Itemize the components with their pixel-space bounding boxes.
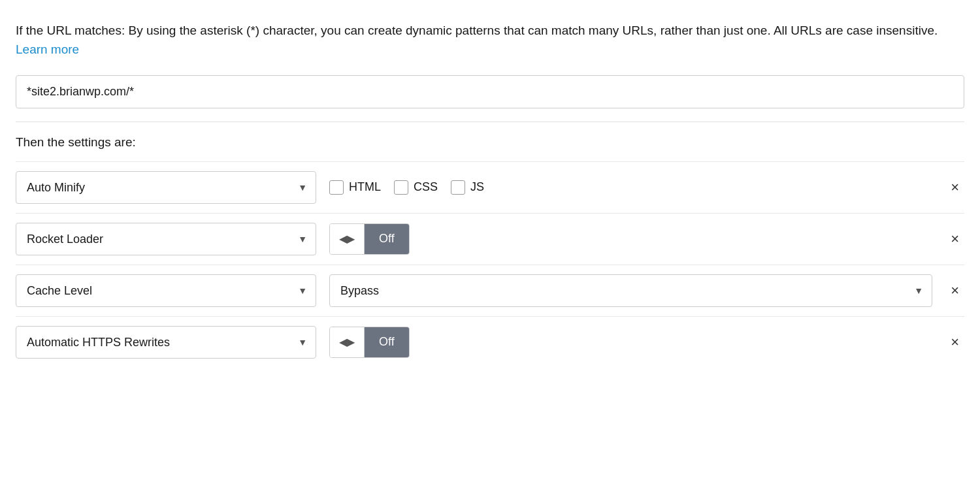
https-rewrites-toggle[interactable]: ◀▶ Off	[329, 327, 410, 358]
bypass-select[interactable]: Bypass No Query String Ignore Query Stri…	[329, 274, 932, 307]
rocket-loader-close-button[interactable]: ×	[945, 229, 964, 249]
cache-level-close-button[interactable]: ×	[945, 281, 964, 300]
bypass-select-wrapper: Bypass No Query String Ignore Query Stri…	[329, 274, 932, 307]
https-rewrites-value: ◀▶ Off	[329, 327, 932, 358]
https-rewrites-close-button[interactable]: ×	[945, 332, 964, 352]
rocket-loader-toggle[interactable]: ◀▶ Off	[329, 223, 410, 255]
html-label: HTML	[349, 180, 381, 194]
url-input[interactable]: *site2.brianwp.com/*	[16, 75, 964, 108]
divider	[16, 121, 964, 122]
cache-level-value: Bypass No Query String Ignore Query Stri…	[329, 274, 932, 307]
js-label: JS	[470, 180, 484, 194]
https-rewrites-row: Automatic HTTPS Rewrites Auto Minify Roc…	[16, 316, 964, 368]
https-rewrites-select[interactable]: Automatic HTTPS Rewrites Auto Minify Roc…	[16, 326, 316, 359]
auto-minify-checkboxes: HTML CSS JS	[329, 180, 484, 195]
rocket-loader-off-label: Off	[365, 224, 409, 254]
https-rewrites-off-label: Off	[365, 327, 409, 357]
cache-level-select[interactable]: Cache Level Auto Minify Rocket Loader Au…	[16, 274, 316, 307]
https-rewrites-select-wrapper: Automatic HTTPS Rewrites Auto Minify Roc…	[16, 326, 316, 359]
html-checkbox[interactable]	[329, 180, 344, 195]
cache-level-select-wrapper: Cache Level Auto Minify Rocket Loader Au…	[16, 274, 316, 307]
settings-label: Then the settings are:	[16, 135, 964, 150]
js-checkbox-item[interactable]: JS	[451, 180, 484, 195]
css-checkbox[interactable]	[394, 180, 408, 195]
html-checkbox-item[interactable]: HTML	[329, 180, 381, 195]
rocket-loader-select-wrapper: Rocket Loader Auto Minify Cache Level Au…	[16, 223, 316, 255]
rocket-loader-value: ◀▶ Off	[329, 223, 932, 255]
auto-minify-value: HTML CSS JS	[329, 180, 932, 195]
js-checkbox[interactable]	[451, 180, 465, 195]
auto-minify-row: Auto Minify Rocket Loader Cache Level Au…	[16, 161, 964, 213]
settings-rows: Auto Minify Rocket Loader Cache Level Au…	[16, 161, 964, 368]
rocket-loader-select[interactable]: Rocket Loader Auto Minify Cache Level Au…	[16, 223, 316, 255]
rocket-loader-arrows-icon: ◀▶	[330, 224, 365, 254]
auto-minify-select[interactable]: Auto Minify Rocket Loader Cache Level Au…	[16, 171, 316, 204]
auto-minify-select-wrapper: Auto Minify Rocket Loader Cache Level Au…	[16, 171, 316, 204]
rocket-loader-row: Rocket Loader Auto Minify Cache Level Au…	[16, 213, 964, 265]
css-label: CSS	[414, 180, 438, 194]
learn-more-link[interactable]: Learn more	[16, 42, 79, 56]
cache-level-row: Cache Level Auto Minify Rocket Loader Au…	[16, 265, 964, 316]
description-text: If the URL matches: By using the asteris…	[16, 21, 964, 59]
css-checkbox-item[interactable]: CSS	[394, 180, 438, 195]
url-input-container: *site2.brianwp.com/*	[16, 75, 964, 108]
auto-minify-close-button[interactable]: ×	[945, 178, 964, 197]
https-rewrites-arrows-icon: ◀▶	[330, 327, 365, 357]
